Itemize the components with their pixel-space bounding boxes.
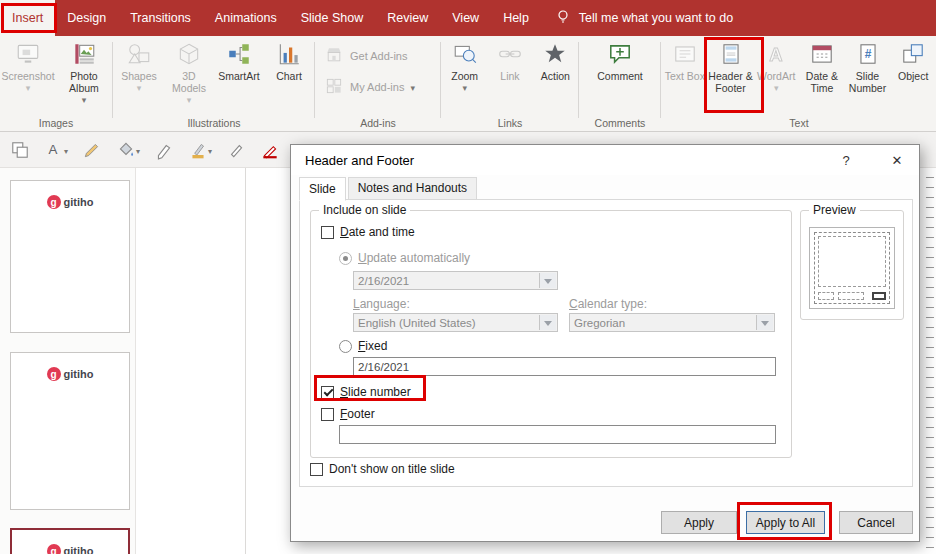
photo-album-icon — [71, 40, 97, 68]
dropdown-arrow-icon[interactable] — [539, 273, 556, 288]
tab-view[interactable]: View — [440, 0, 491, 36]
3d-models-button[interactable]: 3D Models — [164, 36, 214, 114]
chevron-down-icon — [462, 82, 467, 91]
pencil-tool-icon[interactable] — [82, 140, 102, 160]
group-comments: Comment Comments — [580, 36, 660, 131]
footer-checkbox-row[interactable]: Footer — [321, 407, 375, 421]
add-ins-grid-icon — [324, 76, 344, 98]
slide-number-checkbox[interactable] — [321, 386, 334, 399]
fixed-label: Fixed — [358, 339, 387, 353]
highlighter-tool-icon[interactable] — [226, 140, 246, 160]
dialog-close-button[interactable]: ✕ — [881, 145, 913, 175]
tab-transitions[interactable]: Transitions — [118, 0, 203, 36]
tab-design[interactable]: Design — [55, 0, 118, 36]
shapes-button[interactable]: Shapes — [114, 36, 164, 114]
group-illustrations: Shapes 3D Models SmartArt Chart Illustr — [114, 36, 314, 131]
dont-show-checkbox[interactable] — [310, 463, 323, 476]
red-pen-tool-icon[interactable] — [260, 140, 280, 160]
comment-button[interactable]: Comment — [588, 36, 652, 114]
get-add-ins-button[interactable]: Get Add-ins — [324, 45, 440, 67]
group-divider — [112, 42, 113, 118]
svg-text:A: A — [48, 142, 57, 157]
tab-help[interactable]: Help — [491, 0, 541, 36]
marker-tool-icon[interactable] — [188, 140, 212, 160]
tab-slide[interactable]: Slide — [299, 177, 346, 201]
gitiho-logo-mark: g — [47, 195, 61, 209]
tab-notes-and-handouts[interactable]: Notes and Handouts — [348, 177, 477, 200]
smartart-button[interactable]: SmartArt — [214, 36, 264, 114]
footer-text-input[interactable] — [339, 425, 776, 444]
include-on-slide-label: Include on slide — [319, 203, 410, 217]
comment-icon — [607, 40, 633, 68]
fixed-radio[interactable] — [339, 340, 352, 353]
update-automatically-label: Update automatically — [358, 251, 470, 265]
dialog-title-bar[interactable]: Header and Footer ? ✕ — [291, 145, 919, 175]
group-label-images: Images — [0, 117, 112, 129]
calendar-type-dropdown[interactable]: Gregorian — [569, 313, 775, 332]
group-add-ins: Get Add-ins My Add-ins Add-ins — [316, 36, 440, 131]
chevron-down-icon — [208, 145, 212, 154]
header-footer-dialog: Header and Footer ? ✕ Slide Notes and Ha… — [290, 144, 920, 542]
tell-me-box[interactable]: Tell me what you want to do — [555, 0, 733, 36]
cancel-button[interactable]: Cancel — [839, 511, 913, 534]
update-automatically-radio-row[interactable]: Update automatically — [339, 251, 470, 265]
svg-text:A: A — [770, 44, 783, 65]
preview-label: Preview — [809, 203, 860, 217]
date-and-time-checkbox-row[interactable]: Date and time — [321, 225, 415, 239]
screenshot-button[interactable]: Screenshot — [0, 36, 56, 114]
fixed-date-input[interactable] — [353, 357, 776, 376]
select-region-icon[interactable] — [10, 140, 30, 160]
date-time-button[interactable]: Date & Time — [799, 36, 845, 114]
tab-insert[interactable]: Insert — [0, 0, 55, 36]
dropdown-arrow-icon[interactable] — [756, 315, 773, 330]
apply-to-all-button[interactable]: Apply to All — [746, 511, 825, 534]
tab-review[interactable]: Review — [375, 0, 440, 36]
slide-number-icon: # — [855, 40, 881, 68]
pen-tool-icon[interactable] — [154, 140, 174, 160]
dont-show-label: Don't show on title slide — [329, 462, 455, 476]
chevron-down-icon — [82, 94, 87, 103]
slide-thumbnail-2[interactable]: g gitiho — [10, 352, 130, 510]
dialog-help-button[interactable]: ? — [831, 145, 861, 175]
dropdown-arrow-icon[interactable] — [539, 315, 556, 330]
action-button[interactable]: Action — [533, 36, 578, 114]
wordart-button[interactable]: A WordArt — [753, 36, 799, 114]
header-footer-button[interactable]: Header & Footer — [708, 36, 754, 114]
chevron-down-icon — [26, 82, 31, 91]
tab-animations[interactable]: Animations — [203, 0, 289, 36]
object-button[interactable]: Object — [890, 36, 936, 114]
tab-slide-show[interactable]: Slide Show — [289, 0, 376, 36]
ribbon-tab-bar: Insert Design Transitions Animations Sli… — [0, 0, 936, 36]
my-add-ins-button[interactable]: My Add-ins — [324, 76, 440, 98]
slide-thumbnail-1[interactable]: g gitiho — [10, 180, 130, 333]
3d-models-icon — [176, 40, 202, 68]
group-label-comments: Comments — [580, 117, 660, 129]
slide-number-button[interactable]: # Slide Number — [845, 36, 891, 114]
group-divider — [440, 42, 441, 118]
lightbulb-icon — [555, 9, 571, 28]
group-label-illustrations: Illustrations — [114, 117, 314, 129]
fixed-radio-row[interactable]: Fixed — [339, 339, 387, 353]
slide-thumbnail-3[interactable]: g gitiho — [10, 528, 130, 554]
fill-tool-icon[interactable] — [116, 140, 140, 160]
group-label-text: Text — [662, 117, 936, 129]
zoom-button[interactable]: Zoom — [442, 36, 487, 114]
chart-button[interactable]: Chart — [264, 36, 314, 114]
auto-date-dropdown[interactable]: 2/16/2021 — [353, 271, 558, 290]
dont-show-checkbox-row[interactable]: Don't show on title slide — [310, 462, 455, 476]
group-divider — [660, 42, 661, 118]
footer-checkbox[interactable] — [321, 408, 334, 421]
slide-number-checkbox-row[interactable]: Slide number — [321, 385, 411, 399]
chevron-down-icon — [137, 82, 142, 91]
link-button[interactable]: Link — [487, 36, 532, 114]
date-and-time-checkbox[interactable] — [321, 226, 334, 239]
text-box-button[interactable]: Text Box — [662, 36, 708, 114]
svg-text:#: # — [864, 47, 871, 61]
font-tool-icon[interactable]: A — [44, 140, 68, 160]
language-dropdown[interactable]: English (United States) — [353, 313, 558, 332]
chevron-down-icon — [187, 94, 192, 103]
photo-album-button[interactable]: Photo Album — [56, 36, 112, 114]
update-automatically-radio[interactable] — [339, 252, 352, 265]
apply-button[interactable]: Apply — [661, 511, 737, 534]
date-time-icon — [809, 40, 835, 68]
